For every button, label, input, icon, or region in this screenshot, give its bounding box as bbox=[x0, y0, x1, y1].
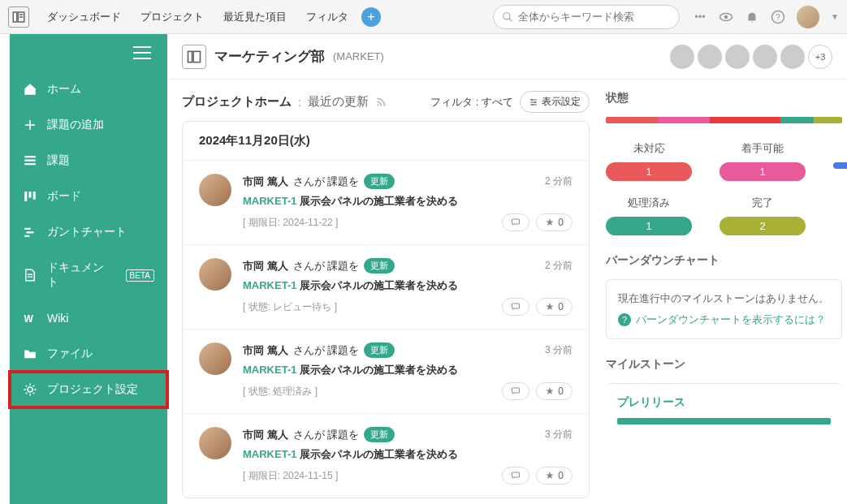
member-avatar[interactable] bbox=[670, 45, 694, 69]
sidebar-item-settings[interactable]: プロジェクト設定 bbox=[10, 372, 167, 407]
nav-dashboard[interactable]: ダッシュボード bbox=[39, 5, 129, 29]
status-item[interactable]: 完了2 bbox=[720, 196, 806, 235]
more-icon[interactable]: ••• bbox=[693, 10, 707, 24]
activity-text: 市岡 篤人 さんが 課題を更新 bbox=[243, 427, 395, 442]
search-input[interactable] bbox=[518, 11, 671, 23]
right-panel: 状態 未対応1着手可能1処 処理済み1完了2 バーンダウンチャート 現在進行中の… bbox=[606, 91, 847, 504]
comment-button[interactable] bbox=[502, 298, 529, 316]
star-button[interactable]: 0 bbox=[536, 298, 573, 316]
panel-title: 状態 bbox=[606, 91, 842, 106]
svg-rect-13 bbox=[24, 192, 27, 201]
activity-meta: [ 期限日: 2024-11-15 ] bbox=[243, 469, 338, 483]
global-search[interactable] bbox=[493, 5, 680, 29]
sidebar-item-gantt[interactable]: ガントチャート bbox=[10, 214, 167, 250]
nav-project[interactable]: プロジェクト bbox=[132, 5, 212, 29]
activity-time: 3 分前 bbox=[545, 343, 573, 357]
activity-text: 市岡 篤人 さんが 課題を更新 bbox=[243, 258, 395, 274]
svg-point-31 bbox=[532, 104, 534, 106]
filter-label: フィルタ : すべて bbox=[430, 95, 513, 110]
activity-text: 市岡 篤人 さんが 課題を更新 bbox=[243, 342, 395, 358]
activity-item[interactable]: 市岡 篤人 さんが 課題を更新 2 分前 MARKET-1 展示会パネルの施工業… bbox=[183, 245, 589, 330]
home-icon bbox=[23, 82, 37, 97]
sidebar-item-document[interactable]: ドキュメント BETA bbox=[10, 250, 167, 300]
sidebar-item-label: ドキュメント bbox=[47, 261, 113, 290]
member-avatar[interactable] bbox=[698, 45, 722, 69]
sidebar-item-home[interactable]: ホーム bbox=[10, 71, 167, 107]
display-settings-button[interactable]: 表示設定 bbox=[520, 91, 590, 113]
status-label: 着手可能 bbox=[720, 141, 806, 156]
comment-button[interactable] bbox=[502, 467, 529, 485]
actor-avatar[interactable] bbox=[199, 174, 231, 206]
rss-icon[interactable] bbox=[375, 97, 387, 108]
activity-item[interactable]: 市岡 篤人 さんが 課題を更新 3 分前 MARKET-1 展示会パネルの施工業… bbox=[183, 330, 589, 414]
sidebar-item-board[interactable]: ボード bbox=[10, 179, 167, 214]
svg-rect-0 bbox=[13, 12, 17, 22]
bell-icon[interactable] bbox=[745, 10, 759, 24]
sliders-icon bbox=[529, 97, 538, 107]
sidebar-item-add-issue[interactable]: 課題の追加 bbox=[10, 107, 167, 143]
issue-link[interactable]: MARKET-1 展示会パネルの施工業者を決める bbox=[243, 363, 573, 377]
burndown-help-link[interactable]: ? バーンダウンチャートを表示するには？ bbox=[618, 312, 830, 327]
svg-rect-14 bbox=[29, 192, 32, 198]
nav-recent[interactable]: 最近見た項目 bbox=[215, 5, 295, 29]
sidebar-item-label: 課題の追加 bbox=[47, 118, 104, 132]
status-item[interactable]: 着手可能1 bbox=[720, 141, 806, 181]
watch-icon[interactable] bbox=[719, 10, 733, 24]
main: マーケティング部 (MARKET) +3 プロジェクトホーム : 最近の更新 bbox=[167, 34, 847, 504]
actor-avatar[interactable] bbox=[199, 258, 231, 291]
milestone-item[interactable]: プレリリース bbox=[606, 383, 842, 436]
comment-button[interactable] bbox=[502, 382, 529, 400]
svg-point-30 bbox=[534, 101, 536, 103]
status-label: 未対応 bbox=[606, 141, 692, 156]
actor-avatar[interactable] bbox=[199, 427, 231, 459]
activity-item[interactable]: 市岡 篤人 さんが 課題を更新 3 分前 MARKET-1 展示会パネルの施工業… bbox=[183, 414, 589, 498]
burndown-msg: 現在進行中のマイルストーンはありません。 bbox=[618, 291, 830, 306]
member-avatar[interactable] bbox=[780, 45, 805, 69]
gear-icon bbox=[23, 382, 37, 397]
issue-link[interactable]: MARKET-1 展示会パネルの施工業者を決める bbox=[243, 194, 573, 209]
chevron-down-icon[interactable]: ▼ bbox=[831, 12, 839, 21]
status-item[interactable]: 未対応1 bbox=[606, 141, 692, 181]
help-icon[interactable]: ? bbox=[771, 10, 785, 24]
burndown-box: 現在進行中のマイルストーンはありません。 ? バーンダウンチャートを表示するには… bbox=[606, 279, 842, 339]
issue-link[interactable]: MARKET-1 展示会パネルの施工業者を決める bbox=[243, 447, 573, 462]
sidebar-item-wiki[interactable]: W Wiki bbox=[10, 300, 167, 336]
activity-meta: [ 状態: 処理済み ] bbox=[243, 385, 318, 398]
status-label: 処 bbox=[833, 141, 847, 156]
member-avatar[interactable] bbox=[725, 45, 750, 69]
folder-icon bbox=[23, 347, 37, 361]
status-count: 1 bbox=[720, 162, 806, 181]
sidebar-item-file[interactable]: ファイル bbox=[10, 336, 167, 372]
activity-item[interactable]: 市岡 篤人 さんが 課題を更新 2 分前 MARKET-1 展示会パネルの施工業… bbox=[183, 161, 589, 245]
nav-filter[interactable]: フィルタ bbox=[298, 5, 357, 29]
member-avatar[interactable] bbox=[753, 45, 777, 69]
menu-toggle[interactable] bbox=[10, 34, 167, 71]
star-button[interactable]: 0 bbox=[536, 213, 573, 231]
svg-text:W: W bbox=[24, 313, 34, 325]
app-logo[interactable] bbox=[8, 6, 29, 28]
svg-point-29 bbox=[531, 99, 533, 101]
activity-feed: プロジェクトホーム : 最近の更新 フィルタ : すべて 表示設定 2024年1… bbox=[182, 91, 590, 504]
actor-avatar[interactable] bbox=[199, 342, 231, 375]
beta-badge: BETA bbox=[126, 269, 154, 282]
status-item[interactable]: 処 bbox=[833, 141, 847, 181]
user-avatar[interactable] bbox=[797, 6, 819, 28]
day-card: 2024年11月20日(水) 市岡 篤人 さんが 課題を更新 2 分前 MARK… bbox=[182, 121, 590, 498]
member-more[interactable]: +3 bbox=[808, 45, 832, 69]
star-button[interactable]: 0 bbox=[536, 382, 573, 400]
milestone-progress bbox=[617, 418, 831, 424]
svg-point-4 bbox=[503, 12, 510, 19]
status-item[interactable]: 処理済み1 bbox=[606, 196, 692, 235]
issue-link[interactable]: MARKET-1 展示会パネルの施工業者を決める bbox=[243, 278, 573, 293]
sidebar-item-issues[interactable]: 課題 bbox=[10, 143, 167, 179]
search-icon bbox=[502, 11, 513, 23]
gantt-icon bbox=[23, 225, 37, 239]
add-button[interactable]: + bbox=[361, 7, 381, 27]
question-icon: ? bbox=[618, 313, 631, 326]
star-button[interactable]: 0 bbox=[536, 467, 573, 485]
update-badge: 更新 bbox=[364, 174, 395, 189]
sidebar: ホーム 課題の追加 課題 ボード ガントチャート ドキュメント BETA W W… bbox=[10, 34, 167, 504]
sidebar-item-label: ファイル bbox=[47, 347, 93, 361]
status-segment bbox=[780, 117, 814, 123]
comment-button[interactable] bbox=[502, 213, 529, 231]
